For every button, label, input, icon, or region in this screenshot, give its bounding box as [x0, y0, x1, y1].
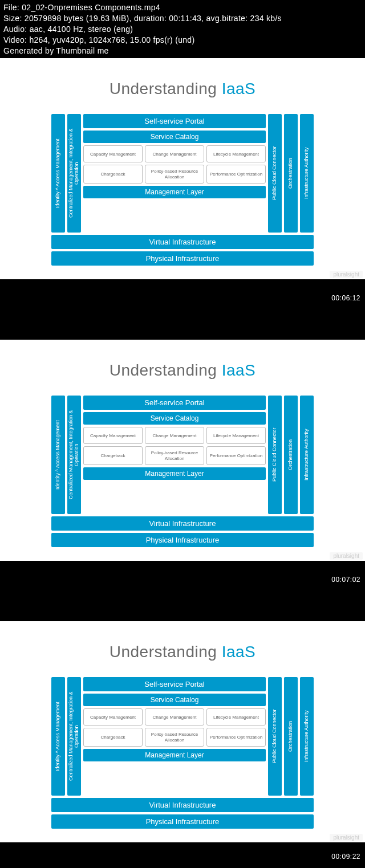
right-bar-cloud-connector: Public Cloud Connector	[268, 677, 282, 796]
meta-audio: Audio: aac, 44100 Hz, stereo (eng)	[3, 24, 362, 35]
bar-self-service: Self-service Portal	[83, 114, 266, 128]
box-policy: Policy-based Resource Allocation	[145, 165, 204, 183]
bar-service-catalog: Service Catalog	[83, 694, 266, 706]
timestamp-strip: 00:07:02	[0, 561, 365, 604]
iaas-diagram: Identity ^ Access Management Centralized…	[51, 114, 314, 233]
thumbnail-frame: Understanding IaaS Identity ^ Access Man…	[0, 323, 365, 561]
thumbnail-frame: Understanding IaaS Identity ^ Access Man…	[0, 58, 365, 279]
bar-physical-infra: Physical Infrastructure	[51, 251, 314, 266]
box-performance: Performance Optimization	[206, 165, 266, 183]
timestamp-strip: 00:06:12	[0, 279, 365, 323]
left-bar-identity: Identity ^ Access Management	[51, 677, 65, 796]
box-performance: Performance Optimization	[206, 446, 266, 464]
slide-title: Understanding IaaS	[40, 80, 325, 98]
timestamp: 00:09:22	[331, 853, 360, 861]
right-bar-orchestration: Orchestration	[284, 114, 298, 233]
bar-management: Management Layer	[83, 467, 266, 480]
right-bar-cloud-connector: Public Cloud Connector	[268, 114, 282, 233]
box-lifecycle: Lifecycle Management	[206, 427, 266, 444]
slide-title: Understanding IaaS	[40, 643, 325, 661]
box-chargeback: Chargeback	[83, 165, 143, 183]
bar-service-catalog: Service Catalog	[83, 412, 266, 425]
timestamp: 00:07:02	[331, 576, 360, 584]
box-capacity: Capacity Management	[83, 708, 143, 726]
iaas-diagram: Identity ^ Access Management Centralized…	[51, 677, 314, 796]
right-bar-orchestration: Orchestration	[284, 396, 298, 514]
watermark: pluralsight	[330, 271, 363, 278]
box-policy: Policy-based Resource Allocation	[145, 728, 204, 746]
bar-self-service: Self-service Portal	[83, 396, 266, 410]
bar-virtual-infra: Virtual Infrastructure	[51, 516, 314, 531]
bar-virtual-infra: Virtual Infrastructure	[51, 235, 314, 249]
meta-video: Video: h264, yuv420p, 1024x768, 15.00 fp…	[3, 35, 362, 46]
bar-service-catalog: Service Catalog	[83, 131, 266, 143]
right-bar-orchestration: Orchestration	[284, 677, 298, 796]
watermark: pluralsight	[330, 834, 363, 841]
box-chargeback: Chargeback	[83, 446, 143, 464]
box-change: Change Management	[145, 708, 204, 726]
box-lifecycle: Lifecycle Management	[206, 145, 266, 162]
bar-self-service: Self-service Portal	[83, 677, 266, 691]
right-bar-infra-authority: Infrastructure Authority	[300, 677, 314, 796]
box-chargeback: Chargeback	[83, 728, 143, 746]
left-bar-centralized: Centralized Management, Integration & Op…	[67, 114, 81, 233]
metadata-header: File: 02_02-Onpremises Components.mp4 Si…	[0, 0, 365, 58]
bar-management: Management Layer	[83, 749, 266, 761]
left-bar-identity: Identity ^ Access Management	[51, 396, 65, 514]
meta-file: File: 02_02-Onpremises Components.mp4	[3, 2, 362, 13]
box-performance: Performance Optimization	[206, 728, 266, 746]
meta-size: Size: 20579898 bytes (19.63 MiB), durati…	[3, 13, 362, 24]
left-bar-identity: Identity ^ Access Management	[51, 114, 65, 233]
box-capacity: Capacity Management	[83, 145, 143, 162]
left-bar-centralized: Centralized Management, Integration & Op…	[67, 396, 81, 514]
bar-virtual-infra: Virtual Infrastructure	[51, 798, 314, 812]
slide-title: Understanding IaaS	[40, 361, 325, 380]
box-capacity: Capacity Management	[83, 427, 143, 444]
right-bar-infra-authority: Infrastructure Authority	[300, 114, 314, 233]
bar-management: Management Layer	[83, 186, 266, 198]
left-bar-centralized: Centralized Management, Integration & Op…	[67, 677, 81, 796]
bar-physical-infra: Physical Infrastructure	[51, 533, 314, 547]
timestamp-strip: 00:09:22	[0, 842, 365, 868]
box-policy: Policy-based Resource Allocation	[145, 446, 204, 464]
right-bar-cloud-connector: Public Cloud Connector	[268, 396, 282, 514]
box-change: Change Management	[145, 427, 204, 444]
right-bar-infra-authority: Infrastructure Authority	[300, 396, 314, 514]
iaas-diagram: Identity ^ Access Management Centralized…	[51, 396, 314, 514]
timestamp: 00:06:12	[331, 294, 360, 302]
box-change: Change Management	[145, 145, 204, 162]
thumbnail-frame: Understanding IaaS Identity ^ Access Man…	[0, 604, 365, 842]
watermark: pluralsight	[330, 552, 363, 560]
bar-physical-infra: Physical Infrastructure	[51, 814, 314, 829]
meta-generator: Generated by Thumbnail me	[3, 46, 362, 56]
box-lifecycle: Lifecycle Management	[206, 708, 266, 726]
